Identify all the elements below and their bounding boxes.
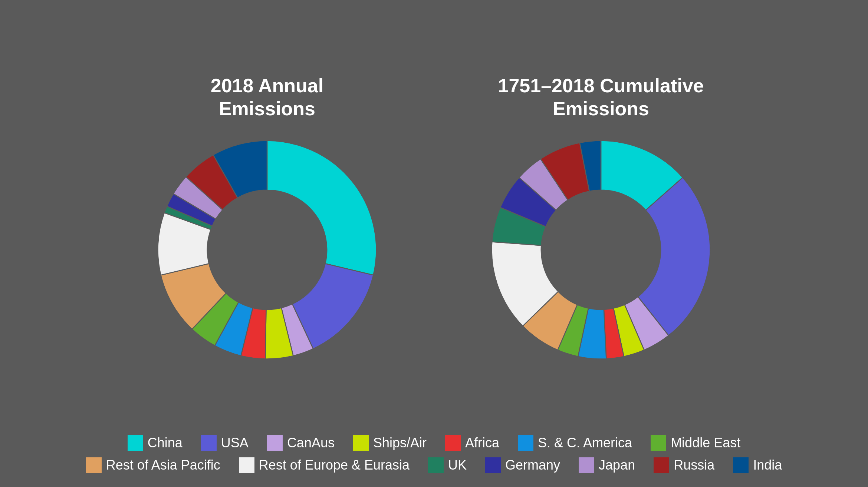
legend-color-USA — [201, 435, 217, 451]
legend-label-Germany: Germany — [505, 457, 560, 473]
legend-label-Russia: Russia — [674, 457, 714, 473]
legend-item-Ships/Air: Ships/Air — [353, 435, 427, 451]
legend-label-Rest_Europe_Eurasia: Rest of Europe & Eurasia — [259, 457, 410, 473]
legend-item-USA: USA — [201, 435, 249, 451]
legend-row-2: Rest of Asia PacificRest of Europe & Eur… — [86, 457, 782, 473]
legend-label-USA: USA — [221, 435, 249, 451]
legend-item-Africa: Africa — [445, 435, 499, 451]
legend-item-CanAus: CanAus — [267, 435, 335, 451]
legend-color-Ships/Air — [353, 435, 369, 451]
legend-color-Rest_Asia_Pacific — [86, 457, 102, 473]
legend-label-Ships/Air: Ships/Air — [373, 435, 427, 451]
legend-color-Africa — [445, 435, 461, 451]
legend-label-Japan: Japan — [599, 457, 635, 473]
legend-item-Middle_East: Middle East — [651, 435, 740, 451]
legend-label-UK: UK — [448, 457, 467, 473]
legend-item-China: China — [128, 435, 183, 451]
legend-label-CanAus: CanAus — [287, 435, 335, 451]
legend-color-Middle_East — [651, 435, 666, 451]
legend-color-S_C_America — [518, 435, 533, 451]
legend-label-India: India — [753, 457, 782, 473]
legend-item-UK: UK — [428, 457, 467, 473]
legend-item-Russia: Russia — [654, 457, 714, 473]
legend-item-Japan: Japan — [579, 457, 635, 473]
chart2-title: 1751–2018 CumulativeEmissions — [498, 74, 704, 120]
legend-item-Rest_Asia_Pacific: Rest of Asia Pacific — [86, 457, 220, 473]
legend-row-1: ChinaUSACanAusShips/AirAfricaS. & C. Ame… — [128, 435, 740, 451]
legend-color-Russia — [654, 457, 669, 473]
chart1-title: 2018 AnnualEmissions — [211, 74, 323, 120]
legend-label-S_C_America: S. & C. America — [538, 435, 632, 451]
legend-item-India: India — [733, 457, 782, 473]
chart2-container: 1751–2018 CumulativeEmissions — [434, 74, 768, 365]
legend-label-Africa: Africa — [465, 435, 499, 451]
legend-color-UK — [428, 457, 444, 473]
chart2-donut — [486, 135, 716, 365]
charts-row: 2018 AnnualEmissions 1751–2018 Cumulativ… — [0, 0, 868, 424]
legend-item-S_C_America: S. & C. America — [518, 435, 632, 451]
legend-item-Rest_Europe_Eurasia: Rest of Europe & Eurasia — [239, 457, 410, 473]
chart1-container: 2018 AnnualEmissions — [100, 74, 434, 365]
legend-color-Germany — [485, 457, 501, 473]
legend-color-CanAus — [267, 435, 283, 451]
chart1-donut — [152, 135, 382, 365]
legend-item-Germany: Germany — [485, 457, 560, 473]
legend-section: ChinaUSACanAusShips/AirAfricaS. & C. Ame… — [0, 424, 868, 487]
legend-color-India — [733, 457, 749, 473]
legend-color-China — [128, 435, 143, 451]
legend-label-Rest_Asia_Pacific: Rest of Asia Pacific — [106, 457, 220, 473]
legend-label-China: China — [148, 435, 183, 451]
legend-label-Middle_East: Middle East — [671, 435, 740, 451]
legend-color-Japan — [579, 457, 594, 473]
legend-color-Rest_Europe_Eurasia — [239, 457, 254, 473]
